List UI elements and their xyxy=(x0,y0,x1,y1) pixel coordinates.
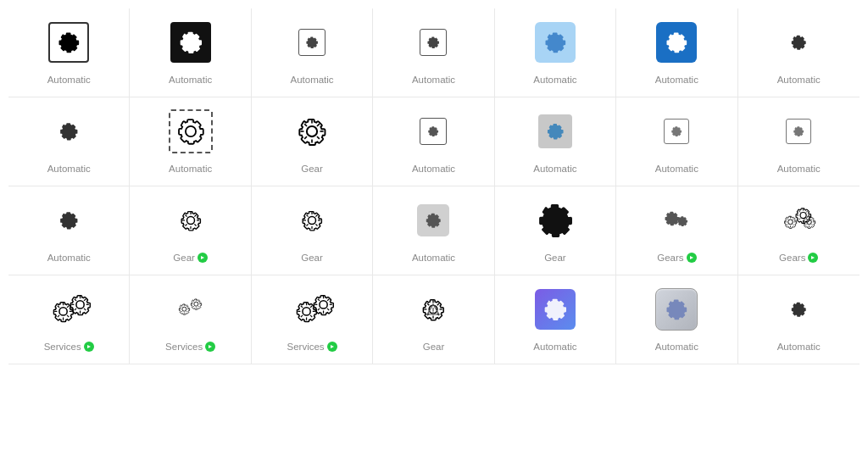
cell-r1c3[interactable]: Automatic xyxy=(252,8,373,97)
icon-r3c7 xyxy=(773,195,824,246)
icon-r1c5 xyxy=(530,17,581,68)
cell-r2c7[interactable]: Automatic xyxy=(738,97,860,186)
label-r4c1: Services xyxy=(44,342,94,352)
label-r3c4: Automatic xyxy=(412,253,455,263)
icon-r1c4 xyxy=(408,17,459,68)
icon-r1c1 xyxy=(43,17,94,68)
cell-r2c1[interactable]: Automatic xyxy=(8,97,130,186)
cell-r4c7[interactable]: Automatic xyxy=(738,275,860,364)
label-r3c5: Gear xyxy=(544,253,566,263)
label-r4c3: Services xyxy=(287,342,337,352)
label-r3c3: Gear xyxy=(301,253,323,263)
cell-r1c6[interactable]: Automatic xyxy=(616,8,737,97)
cell-r1c5[interactable]: Automatic xyxy=(495,8,616,97)
icon-r1c7 xyxy=(773,17,824,68)
icon-r4c2 xyxy=(165,284,216,335)
play-icon-r3c7 xyxy=(808,253,818,263)
icon-r4c5 xyxy=(530,284,581,335)
label-r2c5: Automatic xyxy=(533,164,576,174)
cell-r4c6[interactable]: Automatic xyxy=(616,275,737,364)
label-r1c7: Automatic xyxy=(777,75,821,85)
play-icon-r3c2 xyxy=(198,253,208,263)
cell-r1c4[interactable]: Automatic xyxy=(373,8,494,97)
cell-r3c1[interactable]: Automatic xyxy=(8,186,130,275)
cell-r1c2[interactable]: Automatic xyxy=(130,8,251,97)
icon-r3c1 xyxy=(43,195,94,246)
icon-r4c7 xyxy=(773,284,824,335)
label-r2c6: Automatic xyxy=(655,164,698,174)
icon-r2c5 xyxy=(530,106,581,157)
label-r3c7: Gears xyxy=(779,253,818,263)
icon-grid: Automatic Automatic Automatic Automatic xyxy=(8,8,860,364)
play-icon-r4c2 xyxy=(205,342,215,352)
label-r4c5: Automatic xyxy=(533,342,576,352)
play-icon-r4c1 xyxy=(84,342,94,352)
icon-r2c4 xyxy=(408,106,459,157)
icon-r4c3 xyxy=(287,284,337,335)
icon-r4c4 xyxy=(408,284,459,335)
label-r2c3: Gear xyxy=(301,164,323,174)
cell-r2c3[interactable]: Gear xyxy=(252,97,373,186)
icon-r1c6 xyxy=(651,17,702,68)
cell-r3c3[interactable]: Gear xyxy=(252,186,373,275)
cell-r3c6[interactable]: Gears xyxy=(616,186,737,275)
cell-r4c5[interactable]: Automatic xyxy=(495,275,616,364)
icon-r4c1 xyxy=(43,284,94,335)
cell-r4c1[interactable]: Services xyxy=(8,275,130,364)
label-r2c4: Automatic xyxy=(412,164,455,174)
label-r2c1: Automatic xyxy=(47,164,91,174)
cell-r2c6[interactable]: Automatic xyxy=(616,97,737,186)
svg-point-2 xyxy=(433,313,434,314)
label-r4c7: Automatic xyxy=(777,342,821,352)
cell-r4c4[interactable]: Gear xyxy=(373,275,494,364)
label-r4c4: Gear xyxy=(423,342,445,352)
label-r3c6: Gears xyxy=(657,253,696,263)
cell-r3c4[interactable]: Automatic xyxy=(373,186,494,275)
icon-r2c6 xyxy=(651,106,702,157)
label-r1c6: Automatic xyxy=(655,75,698,85)
label-r4c6: Automatic xyxy=(655,342,698,352)
cell-r3c5[interactable]: Gear xyxy=(495,186,616,275)
label-r1c4: Automatic xyxy=(412,75,455,85)
icon-r2c1 xyxy=(43,106,94,157)
cell-r3c7[interactable]: Gears xyxy=(738,186,860,275)
cell-r2c5[interactable]: Automatic xyxy=(495,97,616,186)
label-r3c2: Gear xyxy=(173,253,208,263)
cell-r1c7[interactable]: Automatic xyxy=(738,8,860,97)
icon-r3c5 xyxy=(530,195,581,246)
label-r1c2: Automatic xyxy=(169,75,212,85)
cell-r4c3[interactable]: Services xyxy=(252,275,373,364)
icon-r3c4 xyxy=(408,195,459,246)
label-r1c3: Automatic xyxy=(290,75,333,85)
icon-r3c3 xyxy=(287,195,337,246)
icon-r3c2 xyxy=(165,195,216,246)
icon-r1c3 xyxy=(287,17,337,68)
cell-r2c4[interactable]: Automatic xyxy=(373,97,494,186)
cell-r2c2[interactable]: Automatic xyxy=(130,97,251,186)
icon-r2c7 xyxy=(773,106,824,157)
cell-r4c2[interactable]: Services xyxy=(130,275,251,364)
label-r3c1: Automatic xyxy=(47,253,91,263)
cell-r3c2[interactable]: Gear xyxy=(130,186,251,275)
label-r2c2: Automatic xyxy=(169,164,212,174)
icon-r2c2 xyxy=(165,106,216,157)
play-icon-r3c6 xyxy=(687,253,697,263)
icon-r2c3 xyxy=(287,106,337,157)
label-r1c5: Automatic xyxy=(533,75,576,85)
label-r2c7: Automatic xyxy=(777,164,821,174)
icon-r1c2 xyxy=(165,17,216,68)
icon-r4c6 xyxy=(651,284,702,335)
icon-r3c6 xyxy=(651,195,702,246)
label-r1c1: Automatic xyxy=(47,75,91,85)
play-icon-r4c3 xyxy=(327,342,337,352)
label-r4c2: Services xyxy=(165,342,215,352)
cell-r1c1[interactable]: Automatic xyxy=(8,8,130,97)
